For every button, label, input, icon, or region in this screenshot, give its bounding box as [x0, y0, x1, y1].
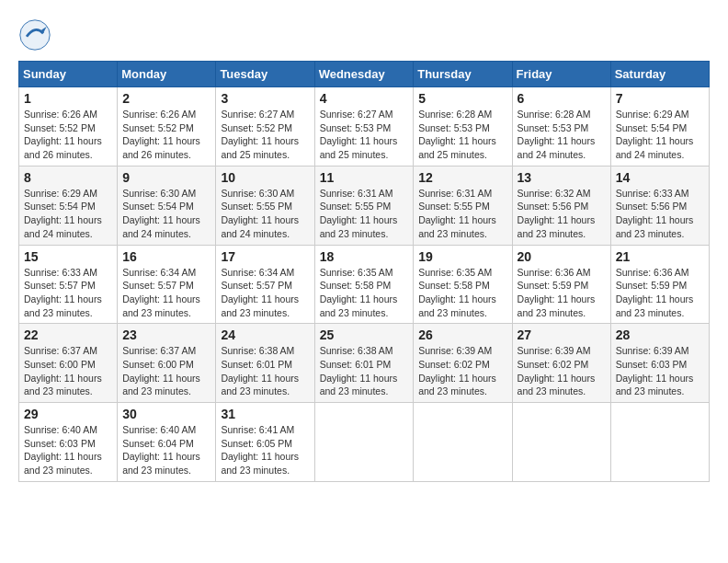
day-info: Sunrise: 6:31 AM Sunset: 5:55 PM Dayligh… [418, 187, 506, 241]
day-number: 8 [24, 170, 112, 185]
calendar-day-cell: 16Sunrise: 6:34 AM Sunset: 5:57 PM Dayli… [118, 245, 216, 324]
day-number: 28 [616, 327, 704, 342]
day-number: 2 [122, 91, 210, 106]
calendar-day-cell: 22Sunrise: 6:37 AM Sunset: 6:00 PM Dayli… [19, 324, 118, 403]
day-number: 23 [122, 327, 210, 342]
calendar-day-cell: 6Sunrise: 6:28 AM Sunset: 5:53 PM Daylig… [512, 87, 610, 167]
day-info: Sunrise: 6:26 AM Sunset: 5:52 PM Dayligh… [122, 108, 210, 162]
day-info: Sunrise: 6:39 AM Sunset: 6:03 PM Dayligh… [616, 344, 704, 398]
day-number: 4 [320, 91, 409, 106]
calendar-day-cell: 7Sunrise: 6:29 AM Sunset: 5:54 PM Daylig… [610, 87, 709, 167]
logo [18, 18, 57, 52]
day-number: 22 [24, 327, 112, 342]
day-number: 26 [418, 327, 506, 342]
day-header-sunday: Sunday [19, 62, 118, 87]
day-info: Sunrise: 6:30 AM Sunset: 5:54 PM Dayligh… [122, 187, 210, 241]
logo-icon [18, 18, 51, 52]
calendar-day-cell: 14Sunrise: 6:33 AM Sunset: 5:56 PM Dayli… [610, 166, 709, 245]
day-number: 31 [221, 407, 309, 421]
calendar-day-cell: 3Sunrise: 6:27 AM Sunset: 5:52 PM Daylig… [216, 87, 314, 167]
day-info: Sunrise: 6:37 AM Sunset: 6:00 PM Dayligh… [24, 344, 112, 398]
day-info: Sunrise: 6:40 AM Sunset: 6:03 PM Dayligh… [24, 423, 112, 477]
day-number: 3 [221, 91, 309, 106]
calendar-day-cell: 2Sunrise: 6:26 AM Sunset: 5:52 PM Daylig… [118, 87, 216, 167]
day-info: Sunrise: 6:28 AM Sunset: 5:53 PM Dayligh… [418, 108, 506, 162]
calendar-day-cell: 30Sunrise: 6:40 AM Sunset: 6:04 PM Dayli… [118, 403, 216, 482]
page-header [18, 18, 710, 52]
day-info: Sunrise: 6:38 AM Sunset: 6:01 PM Dayligh… [320, 344, 409, 398]
day-info: Sunrise: 6:33 AM Sunset: 5:56 PM Dayligh… [616, 187, 704, 241]
calendar-day-cell: 31Sunrise: 6:41 AM Sunset: 6:05 PM Dayli… [216, 403, 314, 482]
day-number: 18 [320, 249, 409, 264]
day-number: 19 [418, 249, 506, 264]
day-info: Sunrise: 6:41 AM Sunset: 6:05 PM Dayligh… [221, 423, 309, 477]
day-info: Sunrise: 6:40 AM Sunset: 6:04 PM Dayligh… [122, 423, 210, 477]
day-number: 16 [122, 249, 210, 264]
calendar-day-cell: 26Sunrise: 6:39 AM Sunset: 6:02 PM Dayli… [414, 324, 512, 403]
day-info: Sunrise: 6:38 AM Sunset: 6:01 PM Dayligh… [221, 344, 309, 398]
calendar-day-cell: 28Sunrise: 6:39 AM Sunset: 6:03 PM Dayli… [610, 324, 709, 403]
svg-point-0 [20, 20, 50, 50]
calendar-day-cell: 17Sunrise: 6:34 AM Sunset: 5:57 PM Dayli… [216, 245, 314, 324]
calendar-day-cell: 10Sunrise: 6:30 AM Sunset: 5:55 PM Dayli… [216, 166, 314, 245]
day-number: 1 [24, 91, 112, 106]
day-number: 6 [518, 91, 606, 106]
calendar-day-cell: 12Sunrise: 6:31 AM Sunset: 5:55 PM Dayli… [414, 166, 512, 245]
day-number: 21 [616, 249, 704, 264]
day-number: 14 [616, 170, 704, 185]
day-info: Sunrise: 6:39 AM Sunset: 6:02 PM Dayligh… [518, 344, 606, 398]
day-header-monday: Monday [118, 62, 216, 87]
day-info: Sunrise: 6:36 AM Sunset: 5:59 PM Dayligh… [518, 266, 606, 320]
calendar-week-row: 15Sunrise: 6:33 AM Sunset: 5:57 PM Dayli… [19, 245, 710, 324]
calendar-day-cell: 27Sunrise: 6:39 AM Sunset: 6:02 PM Dayli… [512, 324, 610, 403]
calendar-day-cell: 4Sunrise: 6:27 AM Sunset: 5:53 PM Daylig… [314, 87, 414, 167]
day-number: 24 [221, 327, 309, 342]
calendar-day-cell: 24Sunrise: 6:38 AM Sunset: 6:01 PM Dayli… [216, 324, 314, 403]
calendar-day-cell: 11Sunrise: 6:31 AM Sunset: 5:55 PM Dayli… [314, 166, 414, 245]
day-number: 17 [221, 249, 309, 264]
calendar-week-row: 29Sunrise: 6:40 AM Sunset: 6:03 PM Dayli… [19, 403, 710, 482]
day-info: Sunrise: 6:34 AM Sunset: 5:57 PM Dayligh… [221, 266, 309, 320]
day-number: 25 [320, 327, 409, 342]
calendar-day-cell: 15Sunrise: 6:33 AM Sunset: 5:57 PM Dayli… [19, 245, 118, 324]
calendar-week-row: 8Sunrise: 6:29 AM Sunset: 5:54 PM Daylig… [19, 166, 710, 245]
day-number: 20 [518, 249, 606, 264]
day-info: Sunrise: 6:33 AM Sunset: 5:57 PM Dayligh… [24, 266, 112, 320]
day-info: Sunrise: 6:35 AM Sunset: 5:58 PM Dayligh… [320, 266, 409, 320]
day-info: Sunrise: 6:34 AM Sunset: 5:57 PM Dayligh… [122, 266, 210, 320]
day-header-tuesday: Tuesday [216, 62, 314, 87]
calendar-day-cell: 20Sunrise: 6:36 AM Sunset: 5:59 PM Dayli… [512, 245, 610, 324]
day-info: Sunrise: 6:26 AM Sunset: 5:52 PM Dayligh… [24, 108, 112, 162]
day-number: 29 [24, 407, 112, 421]
calendar-day-cell: 18Sunrise: 6:35 AM Sunset: 5:58 PM Dayli… [314, 245, 414, 324]
calendar-day-cell: 13Sunrise: 6:32 AM Sunset: 5:56 PM Dayli… [512, 166, 610, 245]
day-header-wednesday: Wednesday [314, 62, 414, 87]
empty-cell [610, 403, 709, 482]
day-info: Sunrise: 6:28 AM Sunset: 5:53 PM Dayligh… [518, 108, 606, 162]
day-info: Sunrise: 6:29 AM Sunset: 5:54 PM Dayligh… [24, 187, 112, 241]
calendar-day-cell: 8Sunrise: 6:29 AM Sunset: 5:54 PM Daylig… [19, 166, 118, 245]
day-header-saturday: Saturday [610, 62, 709, 87]
day-number: 12 [418, 170, 506, 185]
calendar-day-cell: 5Sunrise: 6:28 AM Sunset: 5:53 PM Daylig… [414, 87, 512, 167]
calendar-table: SundayMondayTuesdayWednesdayThursdayFrid… [18, 61, 710, 482]
calendar-day-cell: 23Sunrise: 6:37 AM Sunset: 6:00 PM Dayli… [118, 324, 216, 403]
day-info: Sunrise: 6:32 AM Sunset: 5:56 PM Dayligh… [518, 187, 606, 241]
day-header-friday: Friday [512, 62, 610, 87]
day-header-thursday: Thursday [414, 62, 512, 87]
day-number: 9 [122, 170, 210, 185]
day-info: Sunrise: 6:29 AM Sunset: 5:54 PM Dayligh… [616, 108, 704, 162]
calendar-week-row: 1Sunrise: 6:26 AM Sunset: 5:52 PM Daylig… [19, 87, 710, 167]
day-number: 27 [518, 327, 606, 342]
calendar-day-cell: 21Sunrise: 6:36 AM Sunset: 5:59 PM Dayli… [610, 245, 709, 324]
day-number: 15 [24, 249, 112, 264]
day-info: Sunrise: 6:39 AM Sunset: 6:02 PM Dayligh… [418, 344, 506, 398]
day-number: 30 [122, 407, 210, 421]
calendar-day-cell: 1Sunrise: 6:26 AM Sunset: 5:52 PM Daylig… [19, 87, 118, 167]
calendar-header-row: SundayMondayTuesdayWednesdayThursdayFrid… [19, 62, 710, 87]
day-number: 7 [616, 91, 704, 106]
day-info: Sunrise: 6:27 AM Sunset: 5:52 PM Dayligh… [221, 108, 309, 162]
calendar-day-cell: 25Sunrise: 6:38 AM Sunset: 6:01 PM Dayli… [314, 324, 414, 403]
day-info: Sunrise: 6:27 AM Sunset: 5:53 PM Dayligh… [320, 108, 409, 162]
calendar-day-cell: 29Sunrise: 6:40 AM Sunset: 6:03 PM Dayli… [19, 403, 118, 482]
